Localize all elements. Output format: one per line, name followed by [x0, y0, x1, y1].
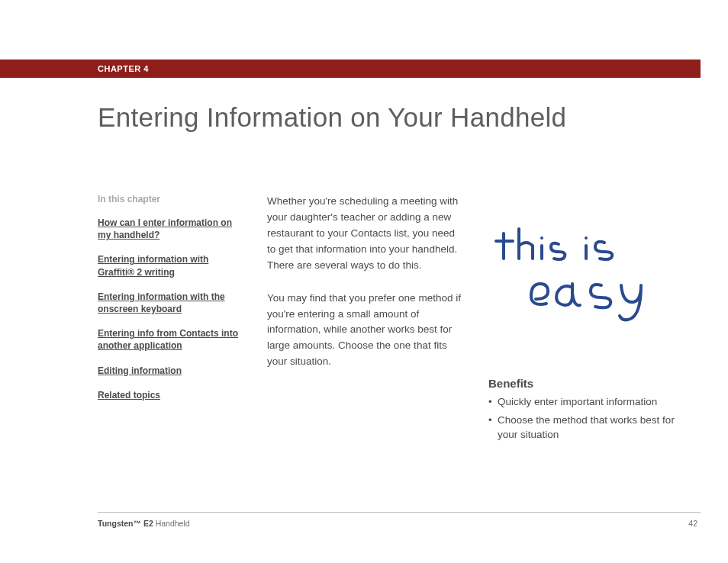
benefit-item: Quickly enter important information [488, 394, 694, 410]
toc-heading: In this chapter [98, 194, 243, 204]
footer-product-name: Tungsten™ E2 [98, 519, 153, 528]
toc-link-contacts[interactable]: Entering info from Contacts into another… [98, 327, 243, 352]
toc-link-editing[interactable]: Editing information [98, 365, 243, 377]
intro-paragraph-2: You may find that you prefer one method … [267, 291, 465, 371]
toc-link-graffiti[interactable]: Entering information with Graffiti® 2 wr… [98, 253, 243, 278]
chapter-label: CHAPTER 4 [98, 64, 149, 73]
chapter-bar: CHAPTER 4 [0, 60, 701, 78]
svg-point-1 [585, 236, 588, 240]
footer-rule [98, 512, 701, 513]
chapter-toc: In this chapter How can I enter informat… [98, 194, 243, 413]
intro-paragraph-1: Whether you're scheduling a meeting with… [267, 194, 465, 274]
page-title: Entering Information on Your Handheld [98, 102, 566, 133]
toc-link-how-enter[interactable]: How can I enter information on my handhe… [98, 217, 243, 241]
svg-point-0 [540, 236, 543, 240]
handwriting-this-is-easy-icon [488, 217, 687, 331]
intro-text: Whether you're scheduling a meeting with… [267, 194, 465, 387]
page-number: 42 [688, 519, 697, 528]
toc-link-onscreen-keyboard[interactable]: Entering information with the onscreen k… [98, 291, 243, 315]
footer-product-rest: Handheld [153, 519, 190, 528]
benefit-item: Choose the method that works best for yo… [488, 413, 694, 442]
benefits-list: Quickly enter important information Choo… [488, 394, 694, 442]
benefits-heading: Benefits [488, 377, 694, 390]
toc-link-related[interactable]: Related topics [98, 389, 243, 401]
right-column: Benefits Quickly enter important informa… [488, 194, 694, 446]
footer-product: Tungsten™ E2 Handheld [98, 519, 190, 528]
